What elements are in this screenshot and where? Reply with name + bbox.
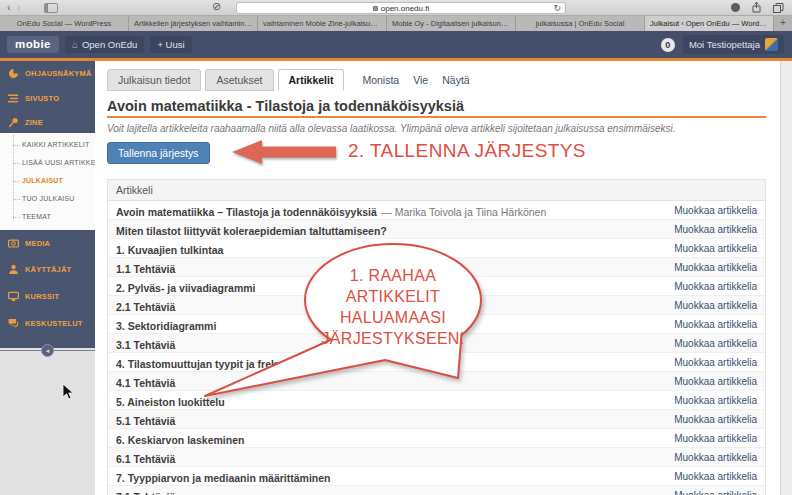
article-row[interactable]: 3.1 TehtäviäMuokkaa artikkelia [108,334,765,353]
site-home-link[interactable]: ⌂Open OnEdu [65,36,145,53]
back-icon[interactable]: ‹ [7,1,17,13]
browser-tab[interactable]: Mobie Oy - Digitaalisen julkaisun uu... [387,16,516,31]
edit-article-link[interactable]: Muokkaa artikkelia [674,315,757,334]
page-title: Avoin matematiikka - Tilastoja ja todenn… [107,98,464,114]
mobie-logo[interactable]: mobie [7,36,59,53]
edit-article-link[interactable]: Muokkaa artikkelia [674,220,757,239]
article-row[interactable]: 2.1 TehtäviäMuokkaa artikkelia [108,296,765,315]
article-row[interactable]: 6.1 TehtäviäMuokkaa artikkelia [108,448,765,467]
edit-article-link[interactable]: Muokkaa artikkelia [674,410,757,429]
edit-article-link[interactable]: Muokkaa artikkelia [674,334,757,353]
dashboard-icon [8,68,19,79]
edit-article-link[interactable]: Muokkaa artikkelia [674,296,757,315]
share-icon[interactable] [752,2,761,13]
browser-window: ‹› ⊘ open.onedu.fi ↻ OnEdu Social — Word… [0,0,792,495]
edit-article-link[interactable]: Muokkaa artikkelia [674,467,757,486]
account-menu[interactable]: Moi Testiopettaja [683,35,784,54]
collapse-icon[interactable]: ◂ [41,344,54,357]
sidebar-toggle-icon[interactable] [44,3,58,13]
edit-article-link[interactable]: Muokkaa artikkelia [674,429,757,448]
site-icon [8,93,19,104]
edit-article-link[interactable]: Muokkaa artikkelia [674,277,757,296]
discussions-icon [8,318,19,329]
article-row[interactable]: 4.1 TehtäviäMuokkaa artikkelia [108,372,765,391]
article-row[interactable]: Miten tilastot liittyvät koleraepidemian… [108,220,765,239]
submenu-item-kaikki-artikkelit[interactable]: KAIKKI ARTIKKELIT [0,136,95,154]
article-row[interactable]: 1.1 TehtäviäMuokkaa artikkelia [108,258,765,277]
users-icon [8,264,19,275]
courses-icon [8,291,19,302]
zine-submenu: KAIKKI ARTIKKELIT LISÄÄ UUSI ARTIKKELI J… [0,133,95,230]
link-monista[interactable]: Monista [362,74,399,86]
instructions-text: Voit lajitella artikkeleita raahaamalla … [107,123,676,134]
article-row[interactable]: 3. SektoridiagrammiMuokkaa artikkelia [108,315,765,334]
article-row[interactable]: 1. Kuvaajien tulkintaaMuokkaa artikkelia [108,239,765,258]
sidebar-item-keskustelut[interactable]: KESKUSTELUT [0,310,95,336]
edit-article-link[interactable]: Muokkaa artikkelia [674,239,757,258]
table-body: Avoin matematiikka – Tilastoja ja todenn… [108,201,765,495]
save-order-button[interactable]: Tallenna järjestys [107,142,210,164]
left-rail: OHJAUSNÄKYMÄ SIVUSTO ZINE KAIKKI ARTIKKE… [0,61,95,495]
browser-tab-bar: OnEdu Social — WordPress Artikkelien jär… [0,16,792,31]
article-row[interactable]: 5.1 TehtäviäMuokkaa artikkelia [108,410,765,429]
browser-tab[interactable]: vaihtaminen Mobie Zine-julkaisussa [258,16,387,31]
edit-article-link[interactable]: Muokkaa artikkelia [674,201,757,220]
edit-article-link[interactable]: Muokkaa artikkelia [674,391,757,410]
article-row[interactable]: 4. Tilastomuuttujan tyypit ja frekvenssi… [108,353,765,372]
tab-artikkelit[interactable]: Artikkelit [278,69,345,91]
submenu-item-tuo-julkaisu[interactable]: TUO JULKAISU [0,190,95,208]
browser-tab-active[interactable]: Julkaisut ‹ Open OnEdu — WordPress [645,16,774,31]
address-bar[interactable]: open.onedu.fi ↻ [236,2,566,14]
main-content: Julkaisun tiedot Asetukset Artikkelit Mo… [95,61,780,495]
sidebar-item-ohjausnakyma[interactable]: OHJAUSNÄKYMÄ [0,61,95,86]
article-row[interactable]: 2. Pylväs- ja viivadiagrammiMuokkaa arti… [108,277,765,296]
admin-sidebar: OHJAUSNÄKYMÄ SIVUSTO ZINE KAIKKI ARTIKKE… [0,61,95,348]
url-text: open.onedu.fi [381,4,430,13]
new-tab-button[interactable]: + [774,16,792,31]
article-row[interactable]: 5. Aineiston luokitteluMuokkaa artikkeli… [108,391,765,410]
home-icon: ⌂ [72,39,78,50]
link-vie[interactable]: Vie [413,74,428,86]
table-header: Artikkeli [108,180,765,201]
edit-article-link[interactable]: Muokkaa artikkelia [674,258,757,277]
reload-icon[interactable]: ↻ [553,3,561,14]
browser-tab[interactable]: OnEdu Social — WordPress [0,16,129,31]
scrollbar-track[interactable] [780,61,792,495]
article-row[interactable]: 6. Keskiarvon laskeminenMuokkaa artikkel… [108,429,765,448]
greeting-text: Moi Testiopettaja [689,39,760,50]
new-content-button[interactable]: + Uusi [150,36,191,53]
pin-icon [8,117,19,128]
title-underline [107,116,766,118]
edit-article-link[interactable]: Muokkaa artikkelia [674,372,757,391]
tab-julkaisun-tiedot[interactable]: Julkaisun tiedot [107,69,201,91]
edit-article-link[interactable]: Muokkaa artikkelia [674,353,757,372]
extension-icon[interactable] [731,3,740,12]
submenu-item-julkaisut[interactable]: JULKAISUT [0,172,95,190]
wp-admin-bar: mobie ⌂Open OnEdu + Uusi 0 Moi Testiopet… [0,31,792,58]
tab-asetukset[interactable]: Asetukset [205,69,273,91]
submenu-item-lisaa-uusi-artikkeli[interactable]: LISÄÄ UUSI ARTIKKELI [0,154,95,172]
nav-buttons: ‹› [7,1,26,13]
browser-tab[interactable]: Artikkelien järjestyksen vaihtaminen.. [129,16,258,31]
media-icon [8,238,19,249]
sidebar-item-kurssit[interactable]: KURSSIT [0,283,95,310]
sidebar-item-kayttajat[interactable]: KÄYTTÄJÄT [0,256,95,283]
forward-icon[interactable]: › [17,1,27,13]
browser-tab[interactable]: julkaisussa | OnEdu Social [516,16,645,31]
link-nayta[interactable]: Näytä [442,74,469,86]
publication-tabs: Julkaisun tiedot Asetukset Artikkelit Mo… [107,69,470,91]
content-blocker-icon[interactable]: ⊘ [212,0,221,13]
tab-overview-icon[interactable] [773,3,784,13]
sidebar-item-media[interactable]: MEDIA [0,230,95,256]
sidebar-collapse[interactable]: ◂ [0,342,95,360]
article-row[interactable]: 7.1 TehtäviäMuokkaa artikkelia [108,486,765,495]
sidebar-item-sivusto[interactable]: SIVUSTO [0,86,95,111]
article-row[interactable]: 7. Tyyppiarvon ja mediaanin määrittämine… [108,467,765,486]
comments-badge[interactable]: 0 [661,38,675,52]
edit-article-link[interactable]: Muokkaa artikkelia [674,448,757,467]
avatar [765,38,778,51]
sidebar-item-zine[interactable]: ZINE [0,111,95,133]
edit-article-link[interactable]: Muokkaa artikkelia [674,486,757,495]
article-row[interactable]: Avoin matematiikka – Tilastoja ja todenn… [108,201,765,220]
submenu-item-teemat[interactable]: TEEMAT [0,208,95,226]
